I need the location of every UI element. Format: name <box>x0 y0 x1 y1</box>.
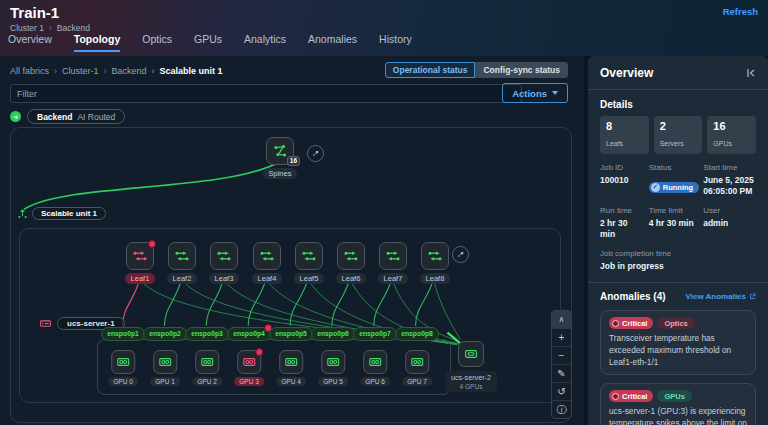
port-enspo0p6[interactable]: enspo0p6 <box>311 327 355 341</box>
anomaly-card-2[interactable]: Critical GPUs ucs-server-1 (GPU:3) is ex… <box>600 383 756 425</box>
gpu-icon <box>284 355 298 369</box>
leaf-node-6[interactable]: Leaf6 <box>329 242 373 284</box>
tab-topology[interactable]: Topology <box>74 33 120 52</box>
leaf-label: Leaf1 <box>125 273 156 284</box>
stat-gpus[interactable]: 16GPUs <box>707 116 756 154</box>
gpu2-icon[interactable] <box>195 350 219 374</box>
gpu-label: GPU 5 <box>318 377 348 386</box>
info-button[interactable]: ⓘ <box>552 400 571 418</box>
port-enspo0p7[interactable]: enspo0p7 <box>353 327 397 341</box>
server2-node[interactable]: ucs-server-2 4 GPUs <box>445 341 497 392</box>
breadcrumb-backend[interactable]: Backend <box>99 66 147 76</box>
tab-history[interactable]: History <box>379 33 412 52</box>
zoom-out-button[interactable]: − <box>552 346 571 364</box>
undo-button[interactable]: ↺ <box>552 382 571 400</box>
details-grid: Job ID 100010 Status ✓ Running Start tim… <box>600 163 756 241</box>
port-enspo0p2[interactable]: enspo0p2 <box>143 327 187 341</box>
gpu-node-2[interactable]: GPU 2 <box>192 350 222 386</box>
expand-spines-button[interactable] <box>307 145 324 162</box>
zoom-in-button[interactable]: + <box>552 328 571 346</box>
field-time-limit: Time limit 4 hr 30 min <box>649 206 699 241</box>
gpu1-icon[interactable] <box>153 350 177 374</box>
port-enspo0p8[interactable]: enspo0p8 <box>395 327 439 341</box>
field-user: User admin <box>703 206 756 241</box>
tab-anomalies[interactable]: Anomalies <box>308 33 357 52</box>
anomaly-card-1[interactable]: Critical Optics Transceiver temperature … <box>600 310 756 375</box>
gpu3-icon[interactable] <box>237 350 261 374</box>
leaf-node-8[interactable]: Leaf8 <box>413 242 457 284</box>
breadcrumb-all-fabrics[interactable]: All fabrics <box>10 66 49 76</box>
field-label: Job ID <box>600 163 645 172</box>
gpu-node-5[interactable]: GPU 5 <box>318 350 348 386</box>
leaf-node-1[interactable]: Leaf1 <box>118 242 162 284</box>
gpu6-icon[interactable] <box>363 350 387 374</box>
leaf-node-4[interactable]: Leaf4 <box>245 242 289 284</box>
gpu5-icon[interactable] <box>321 350 345 374</box>
leaf1-icon[interactable] <box>126 242 154 270</box>
fabric-badge[interactable]: BackendAI Routed <box>27 109 125 124</box>
stat-leafs[interactable]: 8Leafs <box>600 116 649 154</box>
leaf4-icon[interactable] <box>253 242 281 270</box>
stat-servers[interactable]: 2Servers <box>654 116 703 154</box>
anomaly-text: ucs-server-1 (GPU:3) is experiencing tem… <box>609 406 747 425</box>
spines-node[interactable]: 16 Spines <box>258 137 302 179</box>
gpu-node-7[interactable]: GPU 7 <box>402 350 432 386</box>
spines-icon[interactable]: 16 <box>266 137 294 165</box>
gpu7-icon[interactable] <box>405 350 429 374</box>
leaf2-icon[interactable] <box>168 242 196 270</box>
leaf-node-7[interactable]: Leaf7 <box>371 242 415 284</box>
field-label: Start time <box>703 163 756 172</box>
leaf3-icon[interactable] <box>210 242 238 270</box>
leaf-node-2[interactable]: Leaf2 <box>160 242 204 284</box>
port-enspo0p3[interactable]: enspo0p3 <box>185 327 229 341</box>
port-enspo0p4[interactable]: enspo0p4 <box>227 327 271 341</box>
view-anomalies-link[interactable]: View Anomalies <box>686 292 756 301</box>
breadcrumb-cluster[interactable]: Cluster 1 <box>10 23 44 33</box>
config-sync-status-button[interactable]: Config-sync status <box>475 62 568 78</box>
tab-overview[interactable]: Overview <box>8 33 52 52</box>
leaf7-icon[interactable] <box>379 242 407 270</box>
gpu0-icon[interactable] <box>111 350 135 374</box>
gpu-node-6[interactable]: GPU 6 <box>360 350 390 386</box>
gpu-node-3[interactable]: GPU 3 <box>234 350 264 386</box>
scalable-unit-marker[interactable]: Scalable unit 1 <box>17 207 106 220</box>
topology-canvas[interactable]: 16 Spines Scalable unit 1 <box>10 127 572 423</box>
tab-analytics[interactable]: Analytics <box>244 33 286 52</box>
leaf5-icon[interactable] <box>295 242 323 270</box>
actions-button[interactable]: Actions <box>502 83 568 103</box>
gpu-node-0[interactable]: GPU 0 <box>108 350 138 386</box>
gpu-node-1[interactable]: GPU 1 <box>150 350 180 386</box>
leaf-label: Leaf4 <box>252 273 283 284</box>
collapse-toolbar-button[interactable]: ∧ <box>552 311 571 328</box>
app-window: Train-1 Cluster 1Backend Refresh Overvie… <box>0 0 768 425</box>
collapse-panel-icon[interactable] <box>746 68 756 78</box>
edit-button[interactable]: ✎ <box>552 364 571 382</box>
gpu4-icon[interactable] <box>279 350 303 374</box>
breadcrumb-backend[interactable]: Backend <box>44 23 90 33</box>
routed-status-icon <box>10 111 21 122</box>
field-completion: Job completion time Job in progress <box>600 249 756 272</box>
port-enspo0p5[interactable]: enspo0p5 <box>269 327 313 341</box>
fabric-name: Backend <box>37 112 72 122</box>
anomalies-title: Anomalies (4) <box>600 291 666 302</box>
overview-sidebar: Overview Details 8Leafs 2Servers 16GPUs … <box>588 56 768 425</box>
server2-icon[interactable] <box>458 341 484 367</box>
filter-input[interactable] <box>10 84 522 103</box>
port-enspo0p1[interactable]: enspo0p1 <box>101 327 145 341</box>
stat-label: Servers <box>660 140 684 147</box>
tab-optics[interactable]: Optics <box>142 33 172 52</box>
breadcrumb-cluster-1[interactable]: Cluster-1 <box>49 66 99 76</box>
gpu-node-4[interactable]: GPU 4 <box>276 350 306 386</box>
leaf8-icon[interactable] <box>421 242 449 270</box>
leaf-node-3[interactable]: Leaf3 <box>202 242 246 284</box>
refresh-link[interactable]: Refresh <box>723 6 758 17</box>
leaf-node-5[interactable]: Leaf5 <box>287 242 331 284</box>
leaf6-icon[interactable] <box>337 242 365 270</box>
operational-status-button[interactable]: Operational status <box>385 62 476 78</box>
field-label: Time limit <box>649 206 699 215</box>
severity-label: Critical <box>622 392 647 401</box>
expand-leafs-button[interactable] <box>452 246 469 263</box>
switch-icon <box>427 248 443 264</box>
tab-gpus[interactable]: GPUs <box>194 33 222 52</box>
canvas-toolbar: ∧ + − ✎ ↺ ⓘ <box>551 310 572 419</box>
